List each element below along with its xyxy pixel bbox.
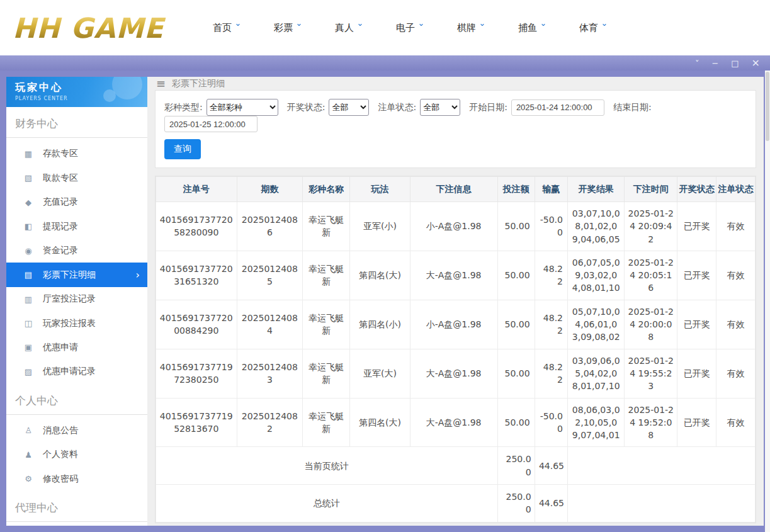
sidebar-item-player-bet-report[interactable]: ◫ 玩家投注报表 [6,311,147,335]
profile-icon: ♟ [23,450,34,460]
cell-draw-status: 已开奖 [677,202,716,251]
sidebar-item-promo-apply[interactable]: ▣ 优惠申请 [6,336,147,359]
cell-period: 20250124086 [237,202,303,251]
window-title-bar: ˅ − □ × [0,55,770,71]
sidebar-item-messages[interactable]: ♙ 消息公告 [6,419,147,443]
cell-order-status: 有效 [716,202,756,251]
cell-order-id: 401569173771952813670 [156,398,237,447]
sidebar-item-lottery-bet-detail[interactable]: ▤ 彩票下注明细 › [6,263,147,286]
withdraw-record-icon: ◧ [23,222,34,231]
window-dropdown-icon[interactable]: ˅ [695,59,699,67]
funds-record-icon: ◉ [23,246,34,256]
table-row: 401569173772000884290 20250124084 幸运飞艇新 … [156,300,756,349]
section-title-finance: 财务中心 [6,107,147,138]
hamburger-icon[interactable]: ≡ [156,77,166,90]
player-bet-report-icon: ◫ [23,319,34,328]
sidebar-item-promo-apply-record[interactable]: ▨ 优惠申请记录 [6,359,147,383]
draw-status-select[interactable]: 全部 [329,99,369,116]
end-date-input[interactable] [164,116,258,132]
cell-period: 20250124084 [237,300,303,349]
cell-win: 48.22 [535,300,567,349]
top-nav: 首页 ˅ 彩票 ˅ 真人 ˅ 电子 ˅ 棋牌 ˅ 捕鱼 ˅ [213,22,606,34]
page-title: 彩票下注明细 [172,78,225,89]
close-icon[interactable]: × [752,58,760,68]
col-header-bet-info: 下注信息 [410,177,497,202]
nav-item-electronic[interactable]: 电子 ˅ [396,22,423,34]
table-row: 401569173772031651320 20250124085 幸运飞艇新 … [156,251,756,300]
order-status-select[interactable]: 全部 [420,99,460,116]
cell-lottery: 幸运飞艇新 [303,251,350,300]
cell-win: -50.00 [535,202,567,251]
cell-time: 2025-01-24 20:00:08 [625,300,677,349]
cell-win: -50.00 [535,398,567,447]
brand-logo: HH GAME [13,12,201,44]
app-window: HH GAME 首页 ˅ 彩票 ˅ 真人 ˅ 电子 ˅ 棋牌 ˅ [0,0,770,532]
summary-amount: 250.00 [497,485,535,523]
col-header-order-id: 注单号 [156,177,237,202]
gear-icon: ⚙ [23,474,34,484]
cell-result: 06,07,05,09,03,02,04,08,01,10 [567,251,624,300]
draw-status-label: 开奖状态: [287,102,326,113]
deposit-icon: ▦ [23,149,34,159]
nav-item-home[interactable]: 首页 ˅ [213,22,240,34]
chevron-down-icon: ˅ [602,23,608,32]
col-header-time: 下注时间 [625,177,677,202]
nav-item-live[interactable]: 真人 ˅ [335,22,362,34]
nav-item-sports[interactable]: 体育 ˅ [579,22,606,34]
sidebar-item-profile[interactable]: ♟ 个人资料 [6,443,147,467]
cell-bet-info: 小-A盘@1.98 [410,300,497,349]
lottery-type-select[interactable]: 全部彩种 [207,99,278,116]
summary-amount: 250.00 [497,447,535,485]
maximize-icon[interactable]: □ [731,59,739,67]
sidebar-title: 玩家中心 [15,81,147,94]
chevron-down-icon: ˅ [297,23,302,32]
nav-item-board-games[interactable]: 棋牌 ˅ [457,22,484,34]
cell-order-status: 有效 [716,251,756,300]
nav-label: 首页 [213,22,232,34]
nav-item-fishing[interactable]: 捕鱼 ˅ [518,22,545,34]
content-frame: 玩家中心 PLAYERS CENTER 财务中心 ▦ 存款专区 ▧ 取款专区 ◆… [0,71,770,532]
cell-bet-info: 大-A盘@1.98 [410,251,497,300]
sidebar-item-change-password[interactable]: ⚙ 修改密码 [6,467,147,491]
sidebar-item-withdraw[interactable]: ▧ 取款专区 [6,166,147,190]
cell-order-id: 401569173772031651320 [156,251,237,300]
sidebar-item-recharge-record[interactable]: ◆ 充值记录 [6,190,147,214]
nav-item-lottery[interactable]: 彩票 ˅ [274,22,301,34]
cell-play: 第四名(小) [350,300,410,349]
start-date-input[interactable] [511,99,604,116]
sidebar-item-withdraw-record[interactable]: ◧ 提现记录 [6,214,147,238]
chevron-down-icon: ˅ [358,23,363,32]
withdraw-icon: ▧ [23,173,34,183]
breadcrumb: ≡ 彩票下注明细 [155,77,756,90]
cell-win: 48.22 [535,349,567,398]
chevron-down-icon: ˅ [480,23,485,32]
cell-play: 亚军(小) [350,202,410,251]
minimize-icon[interactable]: − [711,59,718,67]
sidebar-item-hall-bet-record[interactable]: ▥ 厅室投注记录 [6,287,147,311]
sidebar-item-deposit[interactable]: ▦ 存款专区 [6,142,147,166]
cell-draw-status: 已开奖 [677,349,716,398]
cell-lottery: 幸运飞艇新 [303,349,350,398]
summary-win: 44.65 [535,447,567,485]
cell-draw-status: 已开奖 [677,398,716,447]
cell-bet-info: 大-A盘@1.98 [410,398,497,447]
cell-play: 亚军(大) [350,349,410,398]
col-header-win: 输赢 [535,177,567,202]
filter-panel: 彩种类型: 全部彩种 开奖状态: 全部 注单状态: 全部 开始日期: 结束日期: [155,90,756,168]
scrollbar-thumb[interactable] [766,72,769,141]
cell-bet-info: 大-A盘@1.98 [410,349,497,398]
table-row: 401569173771972380250 20250124083 幸运飞艇新 … [156,349,756,398]
nav-label: 彩票 [274,22,293,34]
cell-time: 2025-01-24 20:09:42 [625,202,677,251]
cell-result: 03,07,10,08,01,02,09,04,06,05 [567,202,624,251]
scrollbar[interactable] [765,71,770,532]
cell-order-status: 有效 [716,398,756,447]
cell-amount: 50.00 [497,300,535,349]
search-button[interactable]: 查询 [164,139,201,159]
cell-order-status: 有效 [716,300,756,349]
chevron-down-icon: ˅ [419,23,424,32]
summary-label: 当前页统计 [156,447,498,485]
cell-order-id: 401569173772000884290 [156,300,237,349]
nav-label: 体育 [579,22,598,34]
sidebar-item-funds-record[interactable]: ◉ 资金记录 [6,239,147,263]
